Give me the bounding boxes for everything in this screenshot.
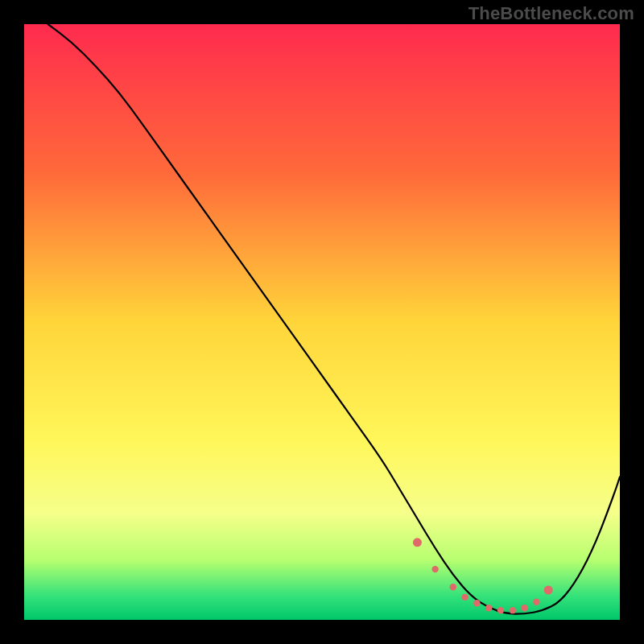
chart-frame: TheBottleneck.com <box>0 0 644 644</box>
trough-marker <box>521 605 527 611</box>
trough-marker <box>450 584 456 590</box>
trough-marker <box>473 600 480 606</box>
trough-marker <box>497 607 504 613</box>
trough-marker <box>413 538 422 547</box>
watermark-text: TheBottleneck.com <box>469 3 634 24</box>
plot-area <box>24 24 620 620</box>
trough-marker <box>461 594 468 601</box>
trough-marker <box>431 566 438 572</box>
chart-svg <box>24 24 620 620</box>
trough-marker <box>510 607 516 613</box>
trough-marker <box>544 586 553 595</box>
trough-marker <box>485 605 492 611</box>
trough-marker <box>533 599 539 605</box>
gradient-background <box>24 24 620 620</box>
